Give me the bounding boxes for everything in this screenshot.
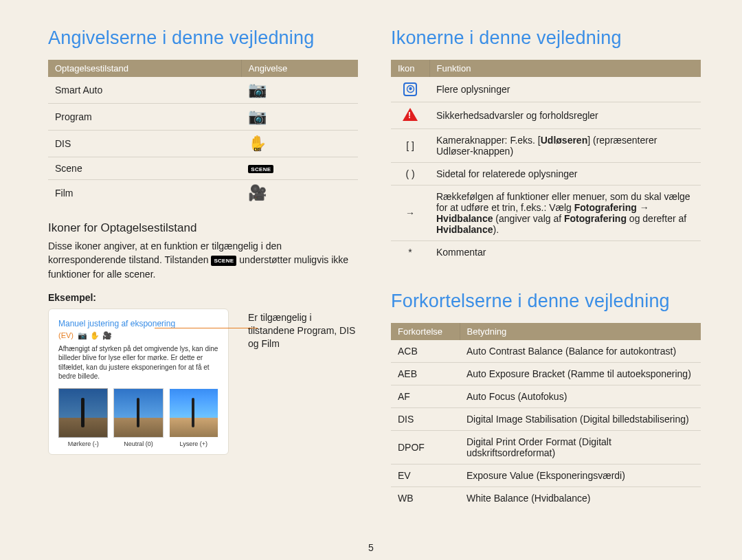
table-row: SceneSCENE bbox=[48, 157, 358, 180]
thumb-darker bbox=[58, 388, 108, 438]
icons-table: Ikon Funktion ⦿Flere oplysningerSikkerhe… bbox=[391, 60, 701, 263]
warning-icon bbox=[403, 108, 418, 121]
smart-auto-icon: 📷 bbox=[241, 77, 358, 104]
table-row: ⦿Flere oplysninger bbox=[391, 77, 701, 102]
mode-name: Program bbox=[48, 104, 241, 131]
abbrev-def: Auto Focus (Autofokus) bbox=[460, 385, 701, 408]
mode-col-header: Optagelsestilstand bbox=[48, 60, 241, 77]
table-row: Film🎥 bbox=[48, 180, 358, 207]
abbrev-col-header: Forkortelse bbox=[391, 323, 460, 340]
abbrev-def: Auto Contrast Balance (Balance for autok… bbox=[460, 340, 701, 363]
ev-label: (EV) bbox=[58, 331, 74, 339]
abbrev-def: White Balance (Hvidbalance) bbox=[460, 487, 701, 510]
table-row: AFAuto Focus (Autofokus) bbox=[391, 385, 701, 408]
table-row: EVExposure Value (Eksponeringsværdi) bbox=[391, 464, 701, 487]
indicator-col-header: Angivelse bbox=[241, 60, 358, 77]
mode-table: Optagelsestilstand Angivelse Smart Auto📷… bbox=[48, 60, 358, 206]
icon-col-header: Ikon bbox=[391, 60, 429, 77]
table-row: DIS✋ bbox=[48, 131, 358, 157]
program-icon: 📷 bbox=[78, 331, 87, 339]
function-col-header: Funktion bbox=[429, 60, 701, 77]
table-row: DPOFDigital Print Order Format (Digitalt… bbox=[391, 431, 701, 464]
abbrev-heading: Forkortelserne i denne vejledning bbox=[391, 291, 701, 312]
abbrev-def: Digital Print Order Format (Digitalt uds… bbox=[460, 431, 701, 464]
thumb-lighter-label: Lysere (+) bbox=[169, 440, 218, 447]
example-description: Afhængigt af styrken på det omgivende ly… bbox=[58, 344, 218, 381]
guide-function: Rækkefølgen af funktioner eller menuer, … bbox=[429, 186, 701, 241]
abbrev-def: Digital Image Stabilisation (Digital bil… bbox=[460, 408, 701, 431]
page-number: 5 bbox=[368, 542, 374, 553]
abbrev-key: WB bbox=[391, 487, 460, 510]
thumb-lighter bbox=[169, 388, 218, 438]
abbrev-key: DIS bbox=[391, 408, 460, 431]
guide-function: Sidetal for relaterede oplysninger bbox=[429, 163, 701, 186]
mode-name: Smart Auto bbox=[48, 77, 241, 104]
abbrev-def: Exposure Value (Eksponeringsværdi) bbox=[460, 464, 701, 487]
table-row: WBWhite Balance (Hvidbalance) bbox=[391, 487, 701, 510]
abbrev-key: EV bbox=[391, 464, 460, 487]
guide-icon: ⦿ bbox=[391, 77, 429, 102]
example-card: Manuel justering af eksponering (EV) 📷 ✋… bbox=[48, 309, 229, 455]
guide-icon: * bbox=[391, 241, 429, 264]
table-row: AEBAuto Exposure Bracket (Ramme til auto… bbox=[391, 363, 701, 385]
abbrev-key: ACB bbox=[391, 340, 460, 363]
meaning-col-header: Betydning bbox=[460, 323, 701, 340]
thumb-neutral-label: Neutral (0) bbox=[113, 440, 163, 447]
table-row: DISDigital Image Stabilisation (Digital … bbox=[391, 408, 701, 431]
icons-heading: Ikonerne i denne vejledning bbox=[391, 27, 701, 49]
dis-icon: ✋ bbox=[241, 131, 358, 157]
guide-icon bbox=[391, 102, 429, 129]
guide-icon: → bbox=[391, 186, 429, 241]
table-row: ( )Sidetal for relaterede oplysninger bbox=[391, 163, 701, 186]
mode-icons-paragraph: Disse ikoner angiver, at en funktion er … bbox=[48, 239, 358, 281]
table-row: ACBAuto Contrast Balance (Balance for au… bbox=[391, 340, 701, 363]
table-row: Program📷 bbox=[48, 104, 358, 131]
example-callout-text: Er tilgængelig i tilstandene Program, DI… bbox=[248, 311, 358, 350]
guide-icon: [ ] bbox=[391, 129, 429, 163]
callout-connector bbox=[155, 328, 258, 328]
example-mode-icons: 📷 ✋ 🎥 bbox=[78, 331, 113, 340]
dis-icon: ✋ bbox=[90, 331, 100, 339]
abbrev-table: Forkortelse Betydning ACBAuto Contrast B… bbox=[391, 323, 701, 509]
scene-icon: SCENE bbox=[241, 157, 358, 180]
scene-icon-inline: SCENE bbox=[211, 256, 236, 266]
info-icon: ⦿ bbox=[403, 82, 417, 96]
guide-icon: ( ) bbox=[391, 163, 429, 186]
example-label: Eksempel: bbox=[48, 292, 358, 303]
table-row: *Kommentar bbox=[391, 241, 701, 264]
abbrev-key: DPOF bbox=[391, 431, 460, 464]
table-row: →Rækkefølgen af funktioner eller menuer,… bbox=[391, 186, 701, 241]
guide-function: Kameraknapper: F.eks. [Udløseren] (repræ… bbox=[429, 129, 701, 163]
table-row: [ ]Kameraknapper: F.eks. [Udløseren] (re… bbox=[391, 129, 701, 163]
mode-icons-subheading: Ikoner for Optagelsestilstand bbox=[48, 221, 358, 235]
film-icon: 🎥 bbox=[241, 180, 358, 207]
mode-name: Scene bbox=[48, 157, 241, 180]
thumb-neutral bbox=[113, 388, 163, 438]
mode-name: DIS bbox=[48, 131, 241, 157]
abbrev-key: AEB bbox=[391, 363, 460, 385]
abbrev-key: AF bbox=[391, 385, 460, 408]
mode-name: Film bbox=[48, 180, 241, 207]
thumb-darker-label: Mørkere (-) bbox=[58, 440, 108, 447]
example-title: Manuel justering af eksponering bbox=[58, 319, 218, 328]
left-heading: Angivelserne i denne vejledning bbox=[48, 27, 358, 49]
guide-function: Sikkerhedsadvarsler og forholdsregler bbox=[429, 102, 701, 129]
guide-function: Kommentar bbox=[429, 241, 701, 264]
film-icon: 🎥 bbox=[102, 331, 112, 339]
program-icon: 📷 bbox=[241, 104, 358, 131]
table-row: Smart Auto📷 bbox=[48, 77, 358, 104]
guide-function: Flere oplysninger bbox=[429, 77, 701, 102]
table-row: Sikkerhedsadvarsler og forholdsregler bbox=[391, 102, 701, 129]
abbrev-def: Auto Exposure Bracket (Ramme til autoeks… bbox=[460, 363, 701, 385]
